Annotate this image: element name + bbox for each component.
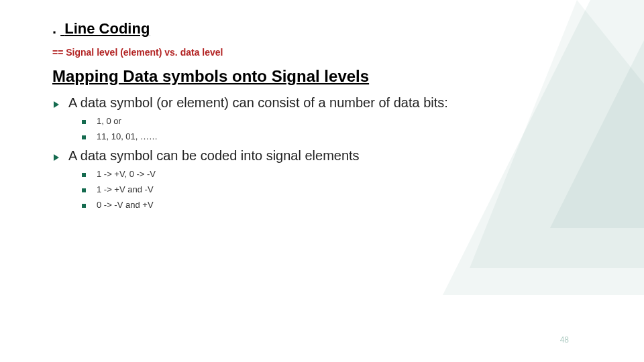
section-heading: Mapping Data symbols onto Signal levels <box>52 67 592 86</box>
square-bullet-icon <box>82 188 86 192</box>
list-subitem: 11, 10, 01, …… <box>82 131 592 141</box>
list-subitem-text: 11, 10, 01, …… <box>97 131 158 141</box>
list-item-text: A data symbol can be coded into signal e… <box>68 148 360 164</box>
subline-text: Signal level (element) vs. data level <box>66 47 223 58</box>
list-subitem-text: 0 -> -V and +V <box>97 200 154 210</box>
page-number: 48 <box>560 335 569 345</box>
list-item: A data symbol can be coded into signal e… <box>54 148 592 164</box>
title-lead-dot: . <box>52 20 56 38</box>
title-text: Line Coding <box>64 20 150 37</box>
list-subitem: 0 -> -V and +V <box>82 200 592 210</box>
subline-prefix: == <box>52 47 63 58</box>
square-bullet-icon <box>82 173 86 177</box>
chevron-right-icon <box>54 101 59 108</box>
list-subitem: 1, 0 or <box>82 116 592 126</box>
slide: . Line Coding == Signal level (element) … <box>0 0 644 362</box>
list-item-text: A data symbol (or element) can consist o… <box>68 95 448 111</box>
list-item: A data symbol (or element) can consist o… <box>54 95 592 111</box>
list-subitem-text: 1 -> +V and -V <box>97 184 154 194</box>
list-subitem-text: 1 -> +V, 0 -> -V <box>97 169 156 179</box>
list-subitem-text: 1, 0 or <box>97 116 121 126</box>
square-bullet-icon <box>82 135 86 139</box>
list-subitem: 1 -> +V, 0 -> -V <box>82 169 592 179</box>
square-bullet-icon <box>82 204 86 208</box>
subline: == Signal level (element) vs. data level <box>52 47 592 58</box>
square-bullet-icon <box>82 120 86 124</box>
list-subitem: 1 -> +V and -V <box>82 184 592 194</box>
chevron-right-icon <box>54 154 59 161</box>
page-title: . Line Coding <box>52 20 592 38</box>
